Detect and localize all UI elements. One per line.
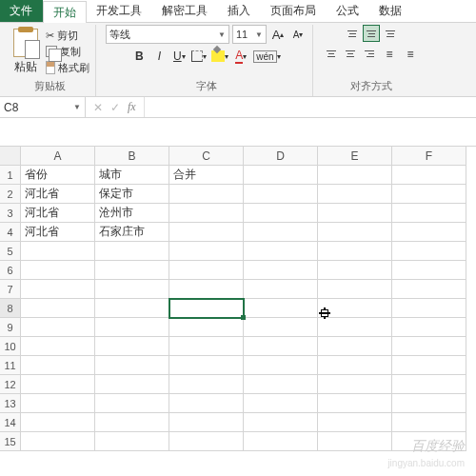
cell-B2[interactable]: 保定市 xyxy=(95,185,169,204)
tab-file[interactable]: 文件 xyxy=(0,0,43,22)
row-header-13[interactable]: 13 xyxy=(0,394,21,413)
cell-B8[interactable] xyxy=(95,299,169,318)
cell-B11[interactable] xyxy=(95,356,169,375)
tab-layout[interactable]: 页面布局 xyxy=(261,0,327,22)
row-header-9[interactable]: 9 xyxy=(0,318,21,337)
fill-color-button[interactable]: ▾ xyxy=(210,47,229,66)
font-name-select[interactable]: 等线▼ xyxy=(106,25,229,44)
cell-C15[interactable] xyxy=(169,432,244,451)
cell-E11[interactable] xyxy=(318,356,392,375)
cell-D4[interactable] xyxy=(244,223,318,242)
cell-A4[interactable]: 河北省 xyxy=(21,223,95,242)
row-header-1[interactable]: 1 xyxy=(0,166,21,185)
cell-D8[interactable] xyxy=(244,299,318,318)
cell-C10[interactable] xyxy=(169,337,244,356)
phonetic-button[interactable]: wén▾ xyxy=(252,47,281,66)
name-box[interactable]: C8▼ xyxy=(0,97,86,117)
cell-A14[interactable] xyxy=(21,413,95,432)
spreadsheet-grid[interactable]: ABCDEF1省份城市合并2河北省保定市3河北省沧州市4河北省石家庄市56789… xyxy=(0,147,476,451)
cell-B14[interactable] xyxy=(95,413,169,432)
row-header-11[interactable]: 11 xyxy=(0,356,21,375)
row-header-7[interactable]: 7 xyxy=(0,280,21,299)
cell-F9[interactable] xyxy=(392,318,466,337)
cell-C7[interactable] xyxy=(169,280,244,299)
cell-C6[interactable] xyxy=(169,261,244,280)
cell-E8[interactable] xyxy=(318,299,392,318)
cell-A13[interactable] xyxy=(21,394,95,413)
cut-button[interactable]: ✂剪切 xyxy=(46,29,89,43)
cell-D2[interactable] xyxy=(244,185,318,204)
cell-B12[interactable] xyxy=(95,375,169,394)
col-header-B[interactable]: B xyxy=(95,147,169,166)
cell-B3[interactable]: 沧州市 xyxy=(95,204,169,223)
cell-A5[interactable] xyxy=(21,242,95,261)
cell-F3[interactable] xyxy=(392,204,466,223)
cell-D7[interactable] xyxy=(244,280,318,299)
grow-font-button[interactable]: A▴ xyxy=(269,25,287,44)
cell-F5[interactable] xyxy=(392,242,466,261)
cell-C12[interactable] xyxy=(169,375,244,394)
font-size-select[interactable]: 11▼ xyxy=(232,25,267,44)
cancel-icon[interactable]: ✕ xyxy=(93,101,103,114)
italic-button[interactable]: I xyxy=(150,47,168,66)
cell-E9[interactable] xyxy=(318,318,392,337)
cell-A1[interactable]: 省份 xyxy=(21,166,95,185)
cell-F4[interactable] xyxy=(392,223,466,242)
cell-E14[interactable] xyxy=(318,413,392,432)
align-top-button[interactable] xyxy=(344,25,361,42)
cell-C8[interactable] xyxy=(169,299,244,318)
row-header-10[interactable]: 10 xyxy=(0,337,21,356)
cell-D13[interactable] xyxy=(244,394,318,413)
row-header-8[interactable]: 8 xyxy=(0,299,21,318)
border-button[interactable]: ▾ xyxy=(190,47,208,66)
cell-F1[interactable] xyxy=(392,166,466,185)
cell-E3[interactable] xyxy=(318,204,392,223)
formula-input[interactable] xyxy=(145,97,476,117)
cell-A10[interactable] xyxy=(21,337,95,356)
cell-A12[interactable] xyxy=(21,375,95,394)
cell-D9[interactable] xyxy=(244,318,318,337)
bold-button[interactable]: B xyxy=(130,47,148,66)
underline-button[interactable]: U▾ xyxy=(170,47,188,66)
cell-A2[interactable]: 河北省 xyxy=(21,185,95,204)
copy-button[interactable]: 复制 xyxy=(46,45,89,59)
cell-B6[interactable] xyxy=(95,261,169,280)
cell-E12[interactable] xyxy=(318,375,392,394)
row-header-4[interactable]: 4 xyxy=(0,223,21,242)
align-middle-button[interactable] xyxy=(363,25,380,42)
align-center-button[interactable] xyxy=(342,45,359,62)
tab-formulas[interactable]: 公式 xyxy=(327,0,369,22)
cell-D6[interactable] xyxy=(244,261,318,280)
cell-C4[interactable] xyxy=(169,223,244,242)
row-header-12[interactable]: 12 xyxy=(0,375,21,394)
cell-C14[interactable] xyxy=(169,413,244,432)
cell-A8[interactable] xyxy=(21,299,95,318)
align-right-button[interactable] xyxy=(361,45,378,62)
select-all-corner[interactable] xyxy=(0,147,21,166)
cell-C11[interactable] xyxy=(169,356,244,375)
fx-icon[interactable]: fx xyxy=(128,100,136,114)
row-header-3[interactable]: 3 xyxy=(0,204,21,223)
cell-B15[interactable] xyxy=(95,432,169,451)
cell-C1[interactable]: 合并 xyxy=(169,166,244,185)
tab-insert[interactable]: 插入 xyxy=(218,0,261,22)
cell-F12[interactable] xyxy=(392,375,466,394)
tab-data[interactable]: 数据 xyxy=(369,0,412,22)
paste-button[interactable]: 粘贴 xyxy=(10,27,42,77)
cell-D15[interactable] xyxy=(244,432,318,451)
align-bottom-button[interactable] xyxy=(382,25,399,42)
col-header-D[interactable]: D xyxy=(244,147,318,166)
font-color-button[interactable]: A▾ xyxy=(232,47,249,66)
tab-dev[interactable]: 开发工具 xyxy=(87,0,152,22)
cell-A15[interactable] xyxy=(21,432,95,451)
cell-A7[interactable] xyxy=(21,280,95,299)
row-header-6[interactable]: 6 xyxy=(0,261,21,280)
cell-D1[interactable] xyxy=(244,166,318,185)
cell-F8[interactable] xyxy=(392,299,466,318)
decrease-indent-button[interactable]: ≡ xyxy=(380,45,399,64)
cell-E1[interactable] xyxy=(318,166,392,185)
cell-D5[interactable] xyxy=(244,242,318,261)
col-header-C[interactable]: C xyxy=(169,147,244,166)
enter-icon[interactable]: ✓ xyxy=(110,101,120,114)
col-header-F[interactable]: F xyxy=(392,147,466,166)
